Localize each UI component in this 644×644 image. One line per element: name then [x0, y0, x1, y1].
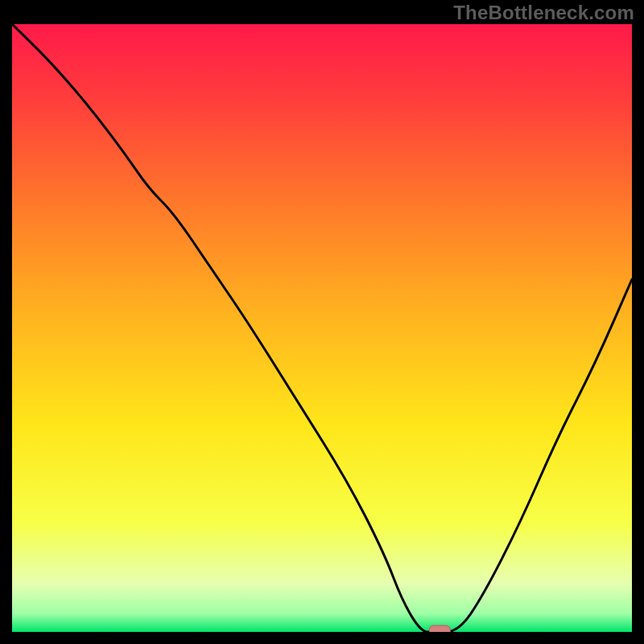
watermark-text: TheBottleneck.com: [453, 2, 634, 24]
chart-frame: TheBottleneck.com: [0, 0, 644, 644]
chart-plot: [12, 24, 632, 632]
min-marker: [429, 625, 450, 632]
plot-background: [12, 24, 632, 632]
